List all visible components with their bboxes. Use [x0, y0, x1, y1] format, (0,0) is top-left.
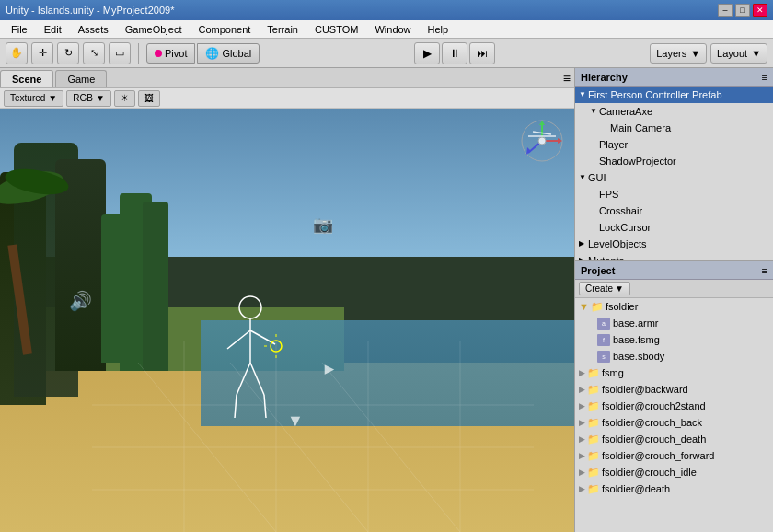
arrow-icon-crouch-back: ▶ [579, 415, 585, 430]
scale-tool-button[interactable]: ⤡ [83, 42, 105, 64]
close-button[interactable]: ✕ [753, 4, 767, 17]
rotate-tool-button[interactable]: ↻ [57, 42, 79, 64]
hier-item-fpcp[interactable]: ▼ First Person Controller Prefab [575, 87, 773, 103]
textured-dropdown[interactable]: Textured ▼ [4, 90, 63, 107]
proj-item-base-fsmg[interactable]: f base.fsmg [575, 331, 773, 348]
layers-dropdown[interactable]: Layers ▼ [650, 43, 707, 64]
menu-file[interactable]: File [4, 22, 35, 37]
minimize-button[interactable]: – [718, 4, 733, 17]
layout-dropdown[interactable]: Layout ▼ [710, 43, 767, 64]
proj-item-backward[interactable]: ▶ 📁 fsoldier@backward [575, 381, 773, 398]
menu-edit[interactable]: Edit [37, 22, 69, 37]
sun-button[interactable]: ☀ [114, 90, 135, 107]
menu-gameobject[interactable]: GameObject [118, 22, 190, 37]
maximize-button[interactable]: □ [735, 4, 750, 17]
proj-item-fsoldier[interactable]: ▼ 📁 fsoldier [575, 298, 773, 315]
folder-glyph-crouch-forward: 📁 [587, 448, 600, 463]
global-button[interactable]: 🌐 Global [197, 43, 260, 64]
scene-toolbar: Textured ▼ RGB ▼ ☀ 🖼 [0, 88, 574, 109]
image-button[interactable]: 🖼 [138, 90, 160, 107]
tab-scene[interactable]: Scene [0, 70, 53, 87]
rgb-dropdown[interactable]: RGB ▼ [66, 90, 111, 107]
hier-item-shadowproj[interactable]: ShadowProjector [575, 153, 773, 169]
file-icon-base-sbody: s [597, 351, 610, 363]
pivot-global-group: Pivot 🌐 Global [146, 43, 260, 64]
proj-label-base-sbody: base.sbody [613, 349, 664, 364]
svg-line-12 [227, 330, 250, 349]
menu-component[interactable]: Component [190, 22, 258, 37]
hier-item-maincamera[interactable]: Main Camera [575, 120, 773, 136]
hierarchy-panel: Hierarchy ≡ ▼ First Person Controller Pr… [575, 68, 773, 261]
menu-custom[interactable]: CUSTOM [307, 22, 365, 37]
hand-tool-button[interactable]: ✋ [6, 42, 28, 64]
arrow-icon-fsmg: ▶ [579, 365, 585, 380]
cactus-3 [143, 202, 168, 371]
title-bar: Unity - Islands.unity - MyProject2009* –… [0, 0, 773, 20]
menu-window[interactable]: Window [367, 22, 418, 37]
hierarchy-title: Hierarchy [581, 72, 628, 83]
hier-item-lockcursor[interactable]: LockCursor [575, 219, 773, 236]
step-button[interactable]: ⏭ [469, 42, 495, 64]
proj-item-crouch2stand[interactable]: ▶ 📁 fsoldier@crouch2stand [575, 398, 773, 414]
rgb-label: RGB [73, 93, 93, 103]
hier-item-levelobjects[interactable]: ▶ LevelObjects [575, 236, 773, 252]
menu-terrain[interactable]: Terrain [260, 22, 306, 37]
hier-item-fps[interactable]: FPS [575, 186, 773, 202]
hier-item-player[interactable]: Player [575, 136, 773, 153]
folder-glyph-crouch-death: 📁 [587, 432, 600, 446]
folder-icon-fsoldier: ▼ [579, 299, 589, 314]
svg-point-10 [239, 296, 261, 318]
proj-label-backward: fsoldier@backward [602, 382, 688, 397]
move-tool-button[interactable]: ✛ [31, 42, 53, 64]
hierarchy-menu-icon[interactable]: ≡ [762, 72, 767, 83]
globe-icon: 🌐 [205, 47, 219, 60]
hier-label-mutants: Mutants [588, 253, 624, 260]
tab-game[interactable]: Game [55, 70, 107, 87]
play-button[interactable]: ▶ [414, 42, 440, 64]
rect-icon: ▭ [115, 47, 124, 59]
project-title: Project [581, 265, 615, 276]
arrow-icon-crouch-idle: ▶ [579, 465, 585, 480]
main-content: Scene Game ≡ Textured ▼ RGB ▼ ☀ 🖼 [0, 68, 773, 532]
move-icon: ✛ [39, 47, 47, 59]
svg-point-18 [271, 341, 282, 352]
sun-icon: ☀ [121, 93, 129, 103]
arrow-icon-crouch-forward: ▶ [579, 448, 585, 463]
proj-item-fsmg[interactable]: ▶ 📁 fsmg [575, 364, 773, 381]
svg-marker-27 [539, 121, 545, 125]
svg-line-15 [250, 363, 264, 395]
folder-glyph-crouch-idle: 📁 [587, 465, 600, 480]
scene-viewport[interactable]: ▼ ▼ 🔊 📷 [0, 109, 574, 532]
hier-label-lockcursor: LockCursor [599, 220, 651, 235]
project-content[interactable]: ▼ 📁 fsoldier a base.armr f base.fsmg [575, 298, 773, 532]
proj-item-death[interactable]: ▶ 📁 fsoldier@death [575, 480, 773, 497]
hier-item-cameraaxe[interactable]: ▼ CameraAxe [575, 103, 773, 120]
layout-label: Layout [717, 48, 747, 59]
rgb-arrow-icon: ▼ [96, 93, 105, 103]
scene-panel-menu[interactable]: ≡ [560, 69, 574, 87]
hier-arrow-fpcp: ▼ [579, 87, 588, 102]
proj-item-base-sbody[interactable]: s base.sbody [575, 348, 773, 364]
play-controls: ▶ ⏸ ⏭ [414, 42, 495, 64]
rect-tool-button[interactable]: ▭ [109, 42, 131, 64]
hier-item-mutants[interactable]: ▶ Mutants [575, 252, 773, 260]
proj-item-crouch-back[interactable]: ▶ 📁 fsoldier@crouch_back [575, 414, 773, 431]
character-wireframe [218, 294, 273, 413]
title-bar-buttons: – □ ✕ [718, 4, 767, 17]
hierarchy-content[interactable]: ▼ First Person Controller Prefab ▼ Camer… [575, 87, 773, 260]
folder-glyph-crouch-back: 📁 [587, 415, 600, 430]
hier-item-gui[interactable]: ▼ GUI [575, 169, 773, 186]
menu-help[interactable]: Help [421, 22, 456, 37]
create-button[interactable]: Create ▼ [579, 282, 630, 295]
proj-item-crouch-idle[interactable]: ▶ 📁 fsoldier@crouch_idle [575, 464, 773, 480]
menu-assets[interactable]: Assets [71, 22, 116, 37]
pause-button[interactable]: ⏸ [442, 42, 467, 64]
hier-label-gui: GUI [588, 170, 606, 185]
proj-item-crouch-death[interactable]: ▶ 📁 fsoldier@crouch_death [575, 431, 773, 447]
hier-item-crosshair[interactable]: Crosshair [575, 202, 773, 219]
proj-item-base-armr[interactable]: a base.armr [575, 315, 773, 331]
project-menu-icon[interactable]: ≡ [762, 265, 767, 276]
proj-item-crouch-forward[interactable]: ▶ 📁 fsoldier@crouch_forward [575, 447, 773, 464]
pivot-button[interactable]: Pivot [146, 43, 195, 64]
scene-tabs: Scene Game ≡ [0, 68, 574, 88]
